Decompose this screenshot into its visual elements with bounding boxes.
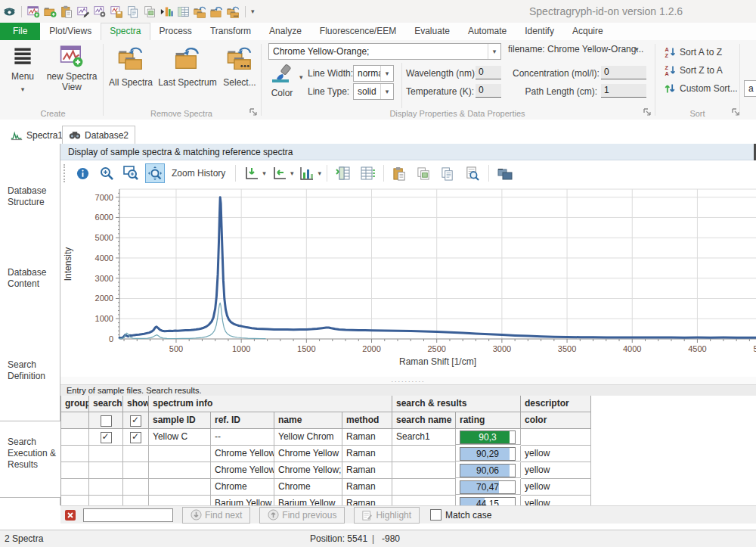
tab-process[interactable]: Process — [150, 23, 201, 40]
paste-icon[interactable] — [60, 5, 73, 18]
line-width-caret-icon[interactable]: ▾ — [380, 66, 393, 81]
table-row[interactable]: Barium YellowBarium YellowRaman44,15yell… — [60, 496, 591, 505]
sub-header-name[interactable]: name — [274, 412, 342, 429]
table-view-icon[interactable] — [177, 5, 190, 18]
info-button[interactable] — [73, 163, 92, 183]
search-checkbox[interactable] — [101, 432, 112, 443]
filename-caret-icon[interactable]: ▾ — [635, 46, 639, 53]
find-next-button[interactable]: Find next — [182, 507, 250, 524]
toolbar-drag-handle[interactable] — [64, 164, 67, 182]
copy-button[interactable] — [438, 163, 458, 183]
plot-settings-icon[interactable] — [94, 5, 107, 18]
folders-button[interactable] — [495, 163, 515, 183]
remove-last-spectrum-button[interactable]: Last Spectrum — [157, 44, 218, 88]
spectrum-select-combo[interactable]: Chrome Yellow-Orange; ▾ — [268, 43, 501, 60]
tab-automate[interactable]: Automate — [459, 23, 516, 40]
sub-header-rating[interactable]: rating — [456, 412, 521, 429]
cutoff-combo[interactable]: a — [744, 80, 756, 97]
show-checkbox[interactable] — [130, 432, 141, 443]
remove-select-button[interactable]: Select... — [221, 44, 259, 88]
tab-file[interactable]: File — [0, 23, 40, 40]
wavelength-input[interactable]: 0 — [476, 66, 501, 79]
color-button[interactable]: Color — [267, 64, 297, 98]
zoom-in-button[interactable] — [97, 163, 116, 183]
find-input[interactable] — [83, 508, 173, 522]
undo-folder-icon[interactable] — [194, 5, 206, 18]
copy-icon[interactable] — [127, 5, 140, 18]
doc-tab-database2[interactable]: Database2 — [62, 126, 135, 144]
plot-edit-icon[interactable] — [77, 5, 90, 18]
tab-plot-views[interactable]: Plot/Views — [40, 23, 101, 40]
show-all-checkbox[interactable] — [130, 415, 141, 427]
sub-header-ref-id[interactable]: ref. ID — [211, 412, 274, 429]
undo-folder-open-icon[interactable] — [210, 5, 223, 18]
open-add-folder-icon[interactable] — [44, 5, 57, 18]
plot-export-icon[interactable] — [110, 5, 123, 18]
col-header-spectrum-info[interactable]: spectrum info — [149, 396, 392, 412]
data-table-button[interactable] — [333, 163, 353, 183]
axis-x-scale-caret[interactable]: ▾ — [290, 169, 294, 177]
doc-tab-spectra1[interactable]: Spectra1 — [5, 126, 69, 144]
axis-x-scale-button[interactable] — [270, 163, 290, 183]
custom-sort-button[interactable]: Custom Sort... — [664, 82, 738, 95]
pan-zoom-button[interactable] — [145, 163, 165, 183]
spectrum-chart[interactable]: 5001000150020002500300035004000450050000… — [60, 186, 756, 377]
spectrum-select-caret-icon[interactable]: ▾ — [488, 44, 500, 59]
menu-button[interactable]: Menu ▾ — [6, 44, 39, 93]
tab-spectra[interactable]: Spectra — [101, 23, 150, 40]
tab-analyze[interactable]: Analyze — [260, 23, 311, 40]
series-list-icon[interactable] — [160, 5, 173, 18]
remove-all-spectra-button[interactable]: All Spectra — [107, 44, 154, 88]
sort-a-to-z-button[interactable]: Sort A to Z — [664, 46, 722, 58]
highlight-button[interactable]: Highlight — [354, 507, 420, 524]
match-case-checkbox[interactable] — [430, 509, 442, 521]
chart-style-caret[interactable]: ▾ — [318, 169, 321, 177]
print-preview-button[interactable] — [463, 163, 482, 183]
path-length-input[interactable]: 1 — [601, 84, 646, 98]
remove-spectra-dialog-launcher-icon[interactable] — [249, 108, 258, 117]
tab-acquire[interactable]: Acquire — [563, 23, 612, 40]
table-row[interactable]: Yellow C--Yellow ChromRamanSearch190,3 — [60, 429, 591, 446]
undo-folder-select-icon[interactable] — [227, 5, 240, 18]
col-header-search-results[interactable]: search & results — [392, 396, 521, 412]
sort-dialog-launcher-icon[interactable] — [732, 108, 740, 117]
close-find-bar-icon[interactable] — [65, 510, 76, 521]
table-row[interactable]: Chrome YellowChrome YellowRaman90,29yell… — [60, 446, 591, 462]
axis-y-scale-button[interactable] — [242, 163, 262, 183]
color-caret-icon[interactable]: ▾ — [299, 74, 303, 81]
line-width-combo[interactable]: normal ▾ — [353, 65, 394, 82]
sidebar-item-database-structure[interactable]: Database Structure — [8, 185, 57, 208]
temperature-input[interactable]: 0 — [476, 84, 501, 98]
col-header-group[interactable]: group — [60, 396, 89, 412]
new-plot-view-icon[interactable] — [27, 5, 40, 18]
sidebar-item-search-execution[interactable]: Search Execution & Results — [8, 437, 57, 471]
table-row[interactable]: Chrome Yellow;Chrome Yellow;Raman90,06ye… — [60, 462, 591, 479]
col-header-show[interactable]: show — [123, 396, 149, 412]
new-spectra-view-button[interactable]: new Spectra View — [44, 44, 100, 92]
sub-header-method[interactable]: method — [342, 412, 392, 429]
table-row[interactable]: ChromeChromeRaman70,47yellow — [60, 479, 591, 496]
copy-image-icon[interactable] — [144, 5, 156, 18]
concentration-input[interactable]: 0 — [601, 66, 646, 79]
match-case-option[interactable]: Match case — [430, 509, 491, 521]
chart-style-button[interactable] — [297, 163, 317, 183]
grid-view-button[interactable] — [358, 163, 377, 183]
zoom-history-button[interactable]: Zoom History — [172, 168, 225, 179]
sidebar-item-search-definition[interactable]: Search Definition — [8, 359, 57, 382]
axis-y-scale-caret[interactable]: ▾ — [262, 169, 266, 177]
col-header-descriptor[interactable]: descriptor — [521, 396, 591, 412]
tab-fluorescence[interactable]: Fluorescence/EEM — [311, 23, 405, 40]
search-all-checkbox[interactable] — [101, 415, 112, 427]
col-header-search[interactable]: search — [89, 396, 123, 412]
find-previous-button[interactable]: Find previous — [259, 507, 345, 524]
paste-button[interactable] — [390, 163, 410, 183]
line-type-combo[interactable]: solid ▾ — [353, 83, 394, 100]
sort-z-to-a-button[interactable]: Sort Z to A — [664, 64, 723, 76]
tab-evaluate[interactable]: Evaluate — [405, 23, 459, 40]
sub-header-color[interactable]: color — [521, 412, 591, 429]
preview-eye-icon[interactable] — [3, 5, 16, 18]
sidebar-item-database-content[interactable]: Database Content — [8, 267, 57, 290]
qat-overflow-caret[interactable]: ▾ — [251, 8, 255, 15]
zoom-region-button[interactable] — [121, 163, 141, 183]
tab-identify[interactable]: Identify — [516, 23, 563, 40]
